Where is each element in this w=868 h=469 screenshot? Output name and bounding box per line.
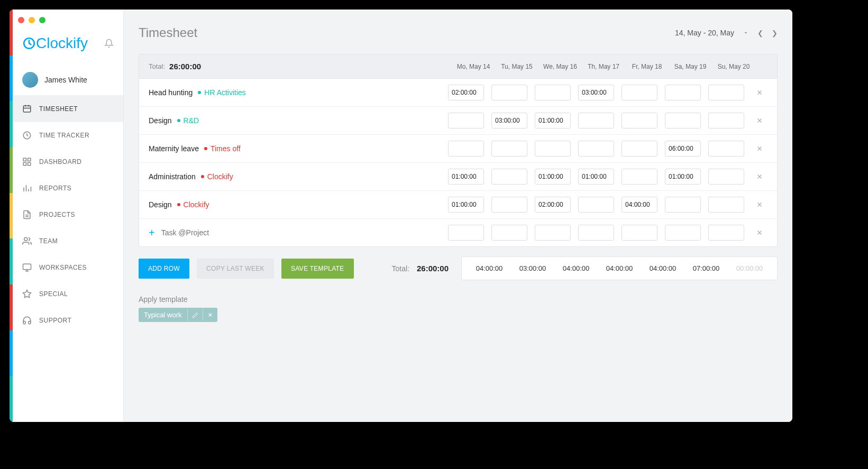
table-row: DesignClockify: [139, 191, 777, 219]
time-input[interactable]: [535, 113, 571, 128]
brand-text: Clockify: [36, 35, 88, 52]
time-input[interactable]: [622, 169, 657, 185]
time-input[interactable]: [622, 197, 657, 213]
notifications-icon[interactable]: [104, 39, 114, 48]
close-window-icon[interactable]: [18, 17, 24, 23]
time-input[interactable]: [708, 169, 744, 185]
template-chip[interactable]: Typical work: [139, 308, 217, 322]
time-input[interactable]: [665, 141, 701, 157]
plus-icon[interactable]: +: [149, 227, 155, 239]
task-name: Design: [149, 200, 172, 209]
sidebar-item-special[interactable]: SPECIAL: [13, 281, 123, 307]
avatar: [22, 72, 38, 88]
delete-row-icon[interactable]: [756, 229, 768, 236]
new-task-input[interactable]: [161, 228, 320, 237]
next-week-button[interactable]: ❯: [772, 29, 778, 37]
time-input[interactable]: [665, 85, 701, 100]
app-window: Clockify James White TIMESHEETTIME TRACK…: [10, 10, 792, 422]
nav-icon: [22, 289, 32, 299]
svg-rect-8: [23, 264, 31, 270]
nav-label: PROJECTS: [39, 211, 75, 218]
time-input[interactable]: [491, 225, 527, 241]
edit-template-icon[interactable]: [187, 309, 203, 321]
time-input[interactable]: [622, 141, 657, 157]
time-input[interactable]: [622, 225, 657, 241]
time-input[interactable]: [708, 141, 744, 157]
sidebar-item-team[interactable]: TEAM: [13, 228, 123, 254]
sidebar-item-projects[interactable]: PROJECTS: [13, 201, 123, 228]
delete-row-icon[interactable]: [756, 89, 768, 96]
sidebar-item-timesheet[interactable]: TIMESHEET: [13, 96, 123, 122]
project-tag[interactable]: R&D: [177, 116, 199, 125]
time-input[interactable]: [578, 225, 614, 241]
project-tag[interactable]: Clockify: [201, 172, 233, 181]
date-range-picker[interactable]: 14, May - 20, May ❮ ❯: [675, 29, 778, 37]
project-tag[interactable]: Times off: [204, 144, 241, 153]
project-tag[interactable]: HR Activities: [198, 88, 246, 97]
time-input[interactable]: [708, 113, 744, 128]
prev-week-button[interactable]: ❮: [757, 29, 763, 37]
time-input[interactable]: [665, 113, 701, 128]
time-input[interactable]: [448, 141, 484, 157]
time-input[interactable]: [491, 85, 527, 100]
save-template-button[interactable]: SAVE TEMPLATE: [281, 259, 354, 279]
time-input[interactable]: [491, 141, 527, 157]
time-input[interactable]: [491, 197, 527, 213]
nav: TIMESHEETTIME TRACKERDASHBOARDREPORTSPRO…: [13, 96, 123, 334]
delete-row-icon[interactable]: [756, 145, 768, 152]
time-input[interactable]: [535, 197, 571, 213]
task-name: Design: [149, 116, 172, 125]
time-input[interactable]: [578, 113, 614, 128]
time-input[interactable]: [708, 85, 744, 100]
caret-down-icon[interactable]: [743, 30, 749, 36]
time-input[interactable]: [448, 113, 484, 128]
sidebar-item-workspaces[interactable]: WORKSPACES: [13, 254, 123, 281]
sidebar-item-time-tracker[interactable]: TIME TRACKER: [13, 122, 123, 149]
time-input[interactable]: [535, 169, 571, 185]
time-input[interactable]: [578, 169, 614, 185]
minimize-window-icon[interactable]: [29, 17, 35, 23]
time-input[interactable]: [491, 113, 527, 128]
time-input[interactable]: [578, 197, 614, 213]
total-value: 26:00:00: [169, 62, 201, 71]
user-profile[interactable]: James White: [13, 65, 123, 96]
delete-row-icon[interactable]: [756, 117, 768, 124]
maximize-window-icon[interactable]: [39, 17, 45, 23]
nav-label: SUPPORT: [39, 317, 71, 324]
time-input[interactable]: [708, 225, 744, 241]
remove-template-icon[interactable]: [203, 309, 217, 321]
page-title: Timesheet: [139, 25, 197, 40]
time-input[interactable]: [708, 197, 744, 213]
time-input[interactable]: [448, 225, 484, 241]
delete-row-icon[interactable]: [756, 173, 768, 180]
copy-last-week-button[interactable]: COPY LAST WEEK: [197, 259, 274, 279]
nav-icon: [22, 157, 32, 167]
time-input[interactable]: [622, 113, 657, 128]
time-input[interactable]: [665, 225, 701, 241]
time-input[interactable]: [578, 141, 614, 157]
time-input[interactable]: [535, 141, 571, 157]
time-input[interactable]: [535, 85, 571, 100]
time-input[interactable]: [665, 197, 701, 213]
time-input[interactable]: [578, 85, 614, 100]
project-tag[interactable]: Clockify: [177, 200, 209, 209]
add-row-button[interactable]: ADD ROW: [139, 259, 189, 279]
delete-row-icon[interactable]: [756, 201, 768, 208]
time-input[interactable]: [448, 169, 484, 185]
sidebar-item-dashboard[interactable]: DASHBOARD: [13, 149, 123, 175]
day-totals: 04:00:0003:00:0004:00:0004:00:0004:00:00…: [461, 256, 778, 280]
sidebar-item-reports[interactable]: REPORTS: [13, 175, 123, 201]
date-range-text: 14, May - 20, May: [675, 29, 734, 37]
time-input[interactable]: [535, 225, 571, 241]
sidebar-item-support[interactable]: SUPPORT: [13, 307, 123, 334]
time-input[interactable]: [448, 197, 484, 213]
nav-label: SPECIAL: [39, 290, 68, 298]
day-header: Tu, May 15: [499, 63, 535, 70]
time-input[interactable]: [491, 169, 527, 185]
time-input[interactable]: [622, 85, 657, 100]
time-input[interactable]: [665, 169, 701, 185]
time-input[interactable]: [448, 85, 484, 100]
footer-total-value: 26:00:00: [417, 264, 449, 273]
task-name: Administration: [149, 172, 196, 181]
day-total: 07:00:00: [688, 264, 724, 272]
